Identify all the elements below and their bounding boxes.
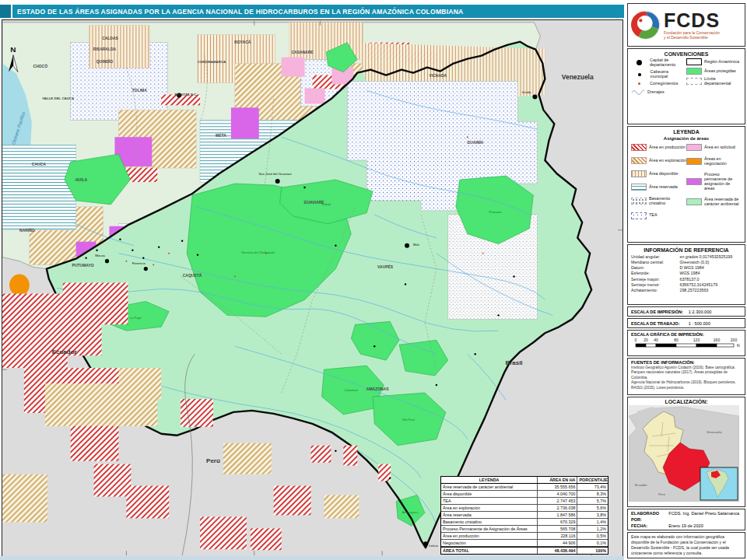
capital-icon bbox=[637, 60, 642, 65]
table-row: Área reservada de carácter ambiental35.5… bbox=[441, 484, 608, 491]
legend-label: Área disponible bbox=[649, 172, 678, 177]
negociacion-block bbox=[9, 275, 30, 296]
svg-text:VALLE DEL CAUCA: VALLE DEL CAUCA bbox=[42, 96, 75, 100]
escala-impresion-label: ESCALA DE IMPRESIÓN: bbox=[631, 310, 689, 314]
table-row: Negociación44.9060,1% bbox=[441, 540, 608, 547]
svg-text:160: 160 bbox=[714, 338, 721, 342]
table-cell: 1,2% bbox=[577, 526, 608, 532]
side-panel: FCDS Fundación para la Conservación y el… bbox=[627, 3, 745, 558]
escala-impresion-row: ESCALA DE IMPRESIÓN: 1:2.300.000 bbox=[627, 306, 745, 317]
svg-text:AMAZONAS: AMAZONAS bbox=[366, 387, 389, 391]
south-america-inset bbox=[700, 467, 738, 500]
corregimiento-icon bbox=[638, 82, 640, 85]
disclaimer-text: Este mapa es elaborado con información g… bbox=[631, 534, 742, 556]
table-cell: Área reservada de carácter ambiental bbox=[441, 484, 538, 490]
table-cell: 0,1% bbox=[577, 540, 608, 546]
table-cell: 2.747.453 bbox=[538, 498, 577, 504]
fecha-label: FECHA: bbox=[631, 523, 668, 530]
svg-text:PUTUMAYO: PUTUMAYO bbox=[72, 263, 94, 268]
svg-text:BOGOTÁ D.C.: BOGOTÁ D.C. bbox=[175, 93, 198, 96]
map-sheet: ESTADO DE LAS ÁREAS ASIGNADAS POR LA AGE… bbox=[0, 0, 747, 560]
legend-label: Área reservada bbox=[649, 185, 678, 190]
table-cell: 44.906 bbox=[538, 540, 577, 546]
exploracion-swatch bbox=[631, 157, 647, 164]
table-row: TEA2.747.4535,7% bbox=[441, 498, 608, 505]
info-key: Meridiano central: bbox=[631, 260, 679, 265]
escala-impresion-value: 1:2.300.000 bbox=[689, 310, 712, 314]
convenciones-box: CONVENCIONES Capital de departamento Cab… bbox=[627, 48, 745, 124]
svg-text:Inírida: Inírida bbox=[522, 90, 531, 94]
svg-text:Florencia: Florencia bbox=[132, 261, 146, 265]
svg-text:CAQUETÁ: CAQUETÁ bbox=[183, 273, 202, 278]
legend-label: Área en producción bbox=[649, 145, 686, 150]
info-key: Datum: bbox=[631, 265, 679, 271]
svg-text:CHOCÓ: CHOCÓ bbox=[33, 63, 48, 68]
area-statistics-table: LEYENDA ÁREA EN HA PORCENTAJE Área reser… bbox=[440, 476, 608, 555]
svg-text:META: META bbox=[216, 133, 226, 138]
svg-text:San José del Guaviare: San José del Guaviare bbox=[259, 172, 293, 176]
svg-text:N: N bbox=[10, 45, 16, 54]
localizacion-box: LOCALIZACIÓN: Venezuela Brasil Ecuador P… bbox=[627, 397, 745, 507]
table-cell: 1.847.586 bbox=[538, 512, 577, 518]
elaborado-value: FCDS. Ing. Daniel Prieto Salamanca bbox=[668, 511, 739, 523]
convencion-label: Drenajes bbox=[647, 90, 665, 95]
info-value: 6356752,314245179 bbox=[679, 282, 742, 288]
table-row: Área en exploración2.736.0385,6% bbox=[441, 505, 608, 512]
fecha-value: Enero 19 de 2020 bbox=[668, 523, 703, 530]
main-map: Océano Pacífico bbox=[2, 19, 623, 557]
credits-box: ELABORADO POR:FCDS. Ing. Daniel Prieto S… bbox=[627, 509, 745, 530]
country-label: Perú bbox=[206, 457, 220, 464]
table-cell: 8,3% bbox=[577, 491, 608, 497]
svg-text:Amacayacu: Amacayacu bbox=[402, 510, 419, 514]
elaborado-label: ELABORADO POR: bbox=[631, 511, 668, 523]
svg-text:Río Puré: Río Puré bbox=[402, 418, 415, 422]
svg-text:200: 200 bbox=[731, 338, 738, 342]
legend-label: Área reservada de carácter ambiental bbox=[704, 198, 742, 207]
svg-text:QUINDÍO: QUINDÍO bbox=[96, 58, 113, 64]
svg-text:TOLIMA: TOLIMA bbox=[132, 88, 147, 93]
svg-text:Serranía de Chiribiquete: Serranía de Chiribiquete bbox=[241, 250, 275, 254]
convencion-label: Límite departamental bbox=[704, 77, 742, 86]
info-value: D WGS 1984 bbox=[679, 265, 742, 271]
svg-text:RISARALDA: RISARALDA bbox=[93, 47, 117, 51]
title-bar: ESTADO DE LAS ÁREAS ASIGNADAS POR LA AGE… bbox=[12, 5, 624, 18]
country-label: Ecuador bbox=[52, 348, 77, 355]
table-cell: Área en producción bbox=[441, 533, 538, 539]
table-cell: 100% bbox=[577, 548, 608, 554]
svg-text:CAUCA: CAUCA bbox=[32, 162, 46, 166]
basamento-swatch bbox=[631, 198, 647, 205]
info-value: 298,257223563 bbox=[679, 288, 742, 293]
svg-text:VICHADA: VICHADA bbox=[430, 73, 447, 78]
negociacion-swatch bbox=[686, 158, 702, 165]
legend-label: Áreas en negociación bbox=[704, 157, 742, 166]
table-cell: 565.708 bbox=[538, 526, 577, 532]
map-table-body: Área reservada de carácter ambiental35.5… bbox=[441, 484, 608, 554]
svg-text:NARIÑO: NARIÑO bbox=[19, 228, 35, 233]
table-row: Área disponible4.040.7008,3% bbox=[441, 491, 608, 498]
svg-text:CALDAS: CALDAS bbox=[102, 36, 118, 40]
areas-protegidas-swatch bbox=[686, 68, 702, 75]
escala-grafica-box: ESCALA GRÁFICA DE IMPRESIÓN: 02040 80120… bbox=[627, 330, 745, 356]
proceso-swatch bbox=[686, 178, 702, 185]
table-header: LEYENDA ÁREA EN HA PORCENTAJE bbox=[441, 477, 608, 484]
leyenda-subtitle: Asignación de áreas bbox=[631, 136, 742, 141]
table-cell: 1,4% bbox=[577, 519, 608, 525]
leyenda-box: LEYENDA Asignación de áreas Área en prod… bbox=[627, 126, 745, 243]
info-key: Unidad angular: bbox=[631, 254, 679, 260]
svg-text:Nukak: Nukak bbox=[322, 202, 331, 206]
page-title: ESTADO DE LAS ÁREAS ASIGNADAS POR LA AGE… bbox=[12, 8, 464, 16]
fuente-line: RAISG (2015). Lotes petroleros. bbox=[631, 386, 742, 390]
escala-trabajo-row: ESCALA DE TRABAJO: 1 : 500.000 bbox=[627, 318, 745, 328]
fuente-line: Parques nacionales naturales (2017). Áre… bbox=[631, 370, 742, 380]
table-cell: 2.736.038 bbox=[538, 505, 577, 511]
convencion-label: Áreas protegidas bbox=[704, 69, 736, 74]
info-key: Semieje mayor: bbox=[631, 277, 679, 282]
info-referencia-box: INFORMACIÓN DE REFERENCIA Unidad angular… bbox=[627, 244, 745, 305]
country-label: Brasil bbox=[505, 359, 522, 366]
loc-label-ecuador: Ecuador bbox=[635, 483, 647, 487]
svg-text:40: 40 bbox=[654, 338, 658, 342]
reservada-swatch bbox=[631, 184, 647, 191]
table-row: Área en producción228.1160,5% bbox=[441, 533, 608, 540]
table-cell: 670.329 bbox=[538, 519, 577, 525]
fcds-logo-icon bbox=[631, 10, 661, 40]
